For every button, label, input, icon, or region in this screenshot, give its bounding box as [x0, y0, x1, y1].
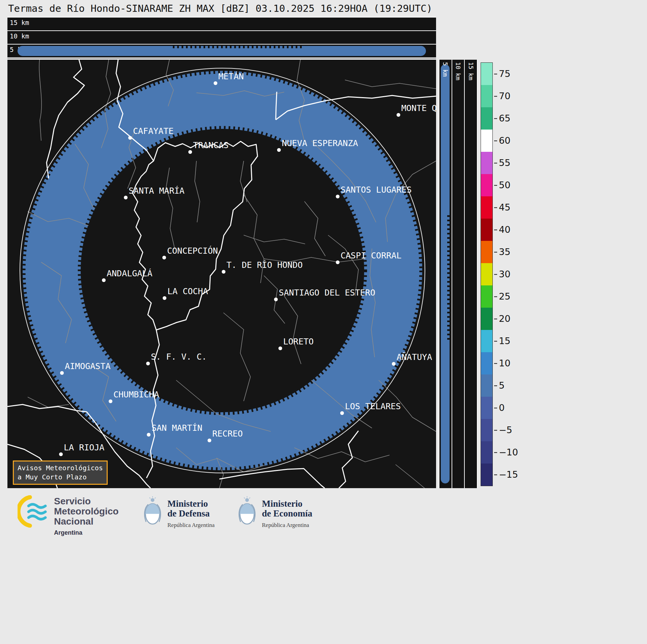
ministry-line1: Ministerio: [167, 499, 215, 509]
city-dot: [214, 81, 217, 85]
city-label: SAN MARTÍN: [152, 423, 203, 433]
colorbar-block: [481, 464, 492, 486]
city-dot: [274, 298, 278, 301]
city-label: TRANCAS: [193, 140, 228, 150]
colorbar-block: [481, 196, 492, 219]
top-strip-10km: 10 km: [7, 31, 436, 45]
smn-country: Argentina: [54, 528, 118, 538]
radar-product-page: Termas de Río Hondo-SINARAME ZH MAX [dBZ…: [0, 0, 647, 644]
colorbar-label: 35: [499, 247, 510, 257]
smn-wordmark: Servicio Meteorológico Nacional Argentin…: [54, 496, 118, 538]
city-dot: [277, 148, 281, 152]
city-label: RECREO: [212, 429, 243, 439]
city-label: AÑATUYA: [397, 352, 432, 362]
city-dot: [102, 278, 106, 282]
ministry-country: República Argentina: [167, 520, 215, 530]
colorbar-block: [481, 130, 492, 152]
city-label: SANTA MARÍA: [129, 186, 185, 196]
altitude-label: 15 km: [467, 62, 475, 80]
city-label: ANDALGALÁ: [107, 269, 152, 278]
colorbar-block: [481, 352, 492, 374]
colorbar-block: [481, 330, 492, 352]
city-label: LA COCHA: [167, 286, 208, 296]
colorbar-block: [481, 285, 492, 308]
colorbar-block: [481, 241, 492, 263]
colorbar-labels: 757065605550454035302520151050−5−10−15: [495, 62, 526, 485]
colorbar-block: [481, 174, 492, 196]
city-dot: [162, 256, 166, 259]
colorbar-label: 20: [499, 313, 510, 324]
side-strip-10km: 10 km: [452, 60, 465, 488]
city-dot: [208, 439, 211, 442]
map-graphics: [7, 60, 436, 488]
city-label: LOS TELARES: [345, 401, 401, 411]
colorbar-block: [481, 85, 492, 107]
warning-line1: Avisos Meteorológicos: [18, 464, 103, 473]
colorbar-label: −15: [499, 469, 518, 480]
range-ticks: [173, 46, 303, 48]
echo-side-band: [441, 64, 450, 483]
side-cross-section: 5 km 10 km 15 km: [439, 60, 478, 488]
city-label: CONCEPCIÓN: [167, 246, 218, 256]
top-cross-section: 15 km 10 km 5 km: [7, 17, 436, 58]
city-label: AIMOGASTA: [65, 361, 110, 371]
colorbar-label: −5: [499, 425, 512, 435]
smn-logo-icon: [18, 495, 50, 528]
city-dot: [222, 270, 225, 274]
colorbar-label: 75: [499, 68, 510, 79]
city-dot: [128, 136, 132, 140]
side-strip-15km: 15 km: [465, 60, 478, 488]
city-label: CASPI CORRAL: [341, 251, 402, 260]
colorbar-label: 65: [499, 113, 510, 123]
ministry-line1: Ministerio: [262, 499, 312, 509]
range-ticks: [447, 215, 450, 341]
colorbar-label: 50: [499, 180, 510, 190]
colorbar-label: 45: [499, 202, 510, 213]
city-dot: [336, 260, 340, 264]
city-dot: [146, 362, 150, 365]
echo-top-band: [18, 46, 426, 56]
colorbar-label: 60: [499, 135, 510, 146]
city-dot: [59, 452, 63, 456]
colorbar-block: [481, 219, 492, 241]
city-label: T. DE RÍO HONDO: [226, 260, 303, 270]
city-label: LORETO: [283, 337, 314, 346]
colorbar-label: 5: [499, 380, 505, 391]
ministry-country: República Argentina: [262, 520, 312, 530]
coat-of-arms-icon: [142, 495, 163, 528]
ministry-wordmark: Ministerio de Defensa República Argentin…: [167, 499, 215, 530]
colorbar-block: [481, 441, 492, 464]
city-label: CAFAYATE: [133, 126, 173, 136]
colorbar-label: 25: [499, 291, 510, 302]
ministry-line2: de Defensa: [167, 509, 215, 519]
city-dot: [397, 113, 400, 117]
colorbar-label: 0: [499, 402, 505, 413]
city-label: NUEVA ESPERANZA: [282, 138, 358, 148]
top-strip-5km: 5 km: [7, 45, 436, 58]
city-label: SANTOS LUGARES: [341, 185, 412, 195]
colorbar-label: 15: [499, 336, 510, 346]
side-strip-5km: 5 km: [439, 60, 452, 488]
city-dot: [336, 195, 340, 198]
city-dot: [60, 371, 64, 375]
top-strip-15km: 15 km: [7, 18, 436, 31]
altitude-label: 5 km: [442, 62, 449, 77]
colorbar-label: 70: [499, 91, 510, 101]
colorbar-label: 30: [499, 269, 510, 279]
city-dot: [147, 433, 151, 437]
smn-line2: Meteorológico: [54, 506, 118, 516]
city-dot: [109, 399, 112, 403]
city-dot: [340, 411, 344, 415]
city-dot: [392, 362, 396, 366]
altitude-label: 10 km: [10, 32, 29, 40]
altitude-label: 15 km: [10, 19, 29, 26]
colorbar-block: [481, 107, 492, 130]
colorbar-label: 10: [499, 358, 510, 368]
city-dot: [188, 150, 192, 154]
colorbar-block: [481, 152, 492, 174]
city-label: LA RIOJA: [64, 443, 104, 452]
city-dot: [278, 346, 282, 350]
city-label: METÁN: [218, 72, 244, 81]
colorbar-block: [481, 419, 492, 441]
city-label: S. F. V. C.: [151, 352, 207, 362]
